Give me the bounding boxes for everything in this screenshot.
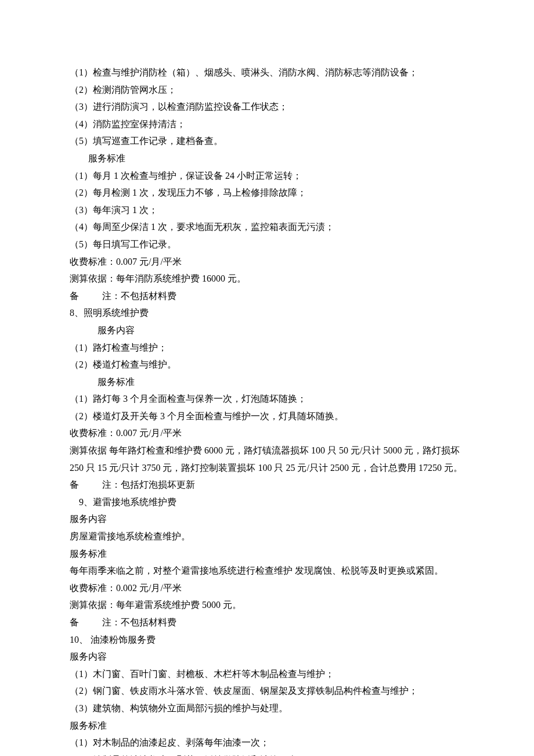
sec9-basis: 测算依据：每年避雷系统维护费 5000 元。	[70, 596, 464, 614]
sec7-note: 备 注：不包括材料费	[70, 287, 464, 305]
sec9-content: 房屋避雷接地系统检查维护。	[70, 528, 464, 545]
sec7-content-3: （3）进行消防演习，以检查消防监控设备工作状态；	[70, 98, 464, 116]
sec7-std-1: （1）每月 1 次检查与维护，保证设备 24 小时正常运转；	[70, 167, 464, 185]
sec9-content-label: 服务内容	[70, 510, 464, 528]
sec8-std-1: （1）路灯每 3 个月全面检查与保养一次，灯泡随坏随换；	[70, 390, 464, 408]
sec10-content-3: （3）建筑物、构筑物外立面局部污损的维护与处理。	[70, 700, 464, 717]
document-page: （1）检查与维护消防栓（箱）、烟感头、喷淋头、消防水阀、消防标志等消防设备； （…	[0, 0, 534, 756]
sec10-title: 10、 油漆粉饰服务费	[70, 631, 464, 649]
sec10-content-2: （2）钢门窗、铁皮雨水斗落水管、铁皮屋面、钢屋架及支撑铁制品构件检查与维护；	[70, 682, 464, 700]
sec9-std: 每年雨季来临之前，对整个避雷接地系统进行检查维护 发现腐蚀、松脱等及时更换或紧固…	[70, 562, 464, 579]
sec7-std-2: （2）每月检测 1 次，发现压力不够，马上检修排除故障；	[70, 184, 464, 201]
sec10-content-1: （1）木门窗、百叶门窗、封檐板、木栏杆等木制品检查与维护；	[70, 665, 464, 683]
sec9-fee: 收费标准：0.002 元/月/平米	[70, 579, 464, 597]
sec10-std-2: （2）铁制品的油漆起皮、剥落、锈蚀做除锈和油饰一次；	[70, 751, 464, 756]
sec7-content-4: （4）消防监控室保持清洁；	[70, 116, 464, 133]
sec8-note: 备 注：包括灯泡损坏更新	[70, 476, 464, 494]
sec8-content-2: （2）楼道灯检查与维护。	[70, 356, 464, 373]
sec9-note: 备 注：不包括材料费	[70, 614, 464, 631]
sec7-content-2: （2）检测消防管网水压；	[70, 81, 464, 99]
sec7-content-1: （1）检查与维护消防栓（箱）、烟感头、喷淋头、消防水阀、消防标志等消防设备；	[70, 64, 464, 81]
sec7-fee: 收费标准：0.007 元/月/平米	[70, 253, 464, 271]
sec7-std-5: （5）每日填写工作记录。	[70, 236, 464, 253]
sec8-content-1: （1）路灯检查与维护；	[70, 339, 464, 357]
sec8-content-label: 服务内容	[70, 322, 464, 339]
sec7-std-label: 服务标准	[70, 150, 464, 167]
sec9-std-label: 服务标准	[70, 545, 464, 563]
sec9-title: 9、避雷接地系统维护费	[70, 494, 464, 511]
sec8-title: 8、照明系统维护费	[70, 304, 464, 322]
sec8-std-label: 服务标准	[70, 373, 464, 391]
sec7-basis: 测算依据：每年消防系统维护费 16000 元。	[70, 270, 464, 287]
sec7-content-5: （5）填写巡查工作记录，建档备查。	[70, 132, 464, 150]
sec7-std-4: （4）每周至少保洁 1 次，要求地面无积灰，监控箱表面无污渍；	[70, 218, 464, 236]
sec7-std-3: （3）每年演习 1 次；	[70, 201, 464, 219]
sec10-std-1: （1）对木制品的油漆起皮、剥落每年油漆一次；	[70, 734, 464, 751]
sec10-std-label: 服务标准	[70, 717, 464, 735]
sec8-basis: 测算依据 每年路灯检查和维护费 6000 元，路灯镇流器损坏 100 只 50 …	[70, 442, 464, 476]
sec10-content-label: 服务内容	[70, 648, 464, 665]
sec8-std-2: （2）楼道灯及开关每 3 个月全面检查与维护一次，灯具随坏随换。	[70, 408, 464, 425]
sec8-fee: 收费标准：0.007 元/月/平米	[70, 424, 464, 442]
